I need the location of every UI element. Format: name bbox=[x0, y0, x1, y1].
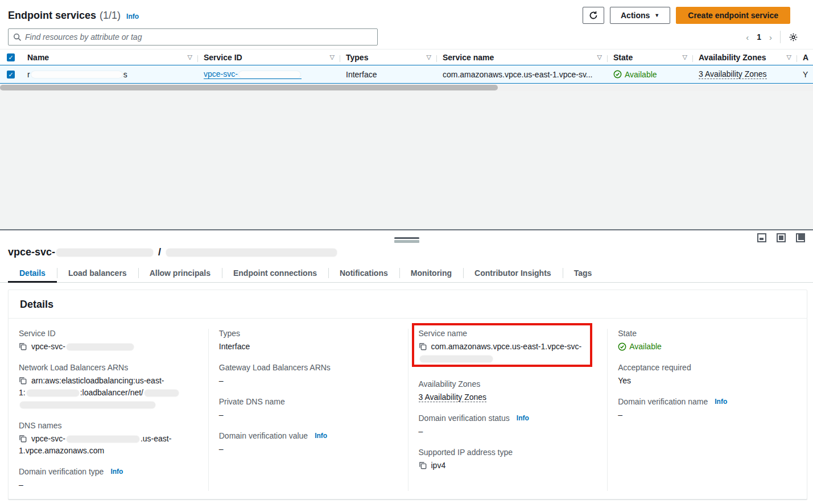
field-domain-verification-value: Domain verification valueInfo – bbox=[219, 431, 398, 455]
panel-size-small-icon[interactable] bbox=[757, 233, 766, 242]
field-acceptance-required: Acceptance required Yes bbox=[618, 363, 797, 387]
panel-size-large-icon[interactable] bbox=[796, 233, 805, 242]
row-name-suffix: s bbox=[123, 70, 127, 79]
details-column-4: State Available bbox=[607, 329, 807, 491]
field-nlb-arns: Network Load Balancers ARNs arn:aws:elas… bbox=[19, 363, 198, 411]
availability-zones-trigger[interactable]: 3 Availability Zones bbox=[419, 393, 487, 402]
content-background bbox=[0, 91, 813, 229]
split-panel-title: vpce-svc- / bbox=[0, 245, 813, 258]
row-name-redacted bbox=[31, 71, 122, 78]
create-button-label: Create endpoint service bbox=[688, 11, 778, 20]
field-types: Types Interface bbox=[219, 329, 398, 353]
horizontal-scrollbar bbox=[0, 84, 813, 91]
copy-icon[interactable] bbox=[19, 377, 27, 385]
row-service-name: com.amazonaws.vpce.us-east-1.vpce-sv... bbox=[443, 70, 593, 79]
pager-divider bbox=[780, 31, 781, 43]
field-availability-zones: Availability Zones 3 Availability Zones bbox=[419, 379, 597, 403]
tab-contributor-insights[interactable]: Contributor Insights bbox=[463, 264, 563, 282]
copy-icon[interactable] bbox=[19, 342, 27, 350]
tab-endpoint-connections[interactable]: Endpoint connections bbox=[222, 264, 328, 282]
next-page-icon[interactable]: › bbox=[769, 33, 772, 42]
nlb-account-redacted bbox=[27, 390, 79, 396]
state-value: Available bbox=[629, 341, 662, 353]
tab-allow-principals[interactable]: Allow principals bbox=[138, 264, 222, 282]
refresh-button[interactable] bbox=[583, 7, 604, 24]
select-all-checkbox[interactable]: ✓ bbox=[7, 53, 15, 61]
service-id-link[interactable]: vpce-svc- bbox=[204, 69, 302, 79]
field-domain-verification-name: Domain verification nameInfo – bbox=[618, 397, 797, 421]
details-column-3: Service name com.amazonaws.vpce.us-east-… bbox=[408, 329, 608, 491]
tab-tags[interactable]: Tags bbox=[563, 264, 604, 282]
filter-types-icon[interactable]: ▽ bbox=[427, 53, 431, 61]
col-types: Types bbox=[346, 53, 368, 62]
refresh-icon bbox=[589, 11, 598, 20]
dns-redacted bbox=[67, 436, 139, 443]
filter-name-icon[interactable]: ▽ bbox=[188, 53, 192, 61]
row-availability-zones[interactable]: 3 Availability Zones bbox=[699, 69, 767, 79]
service-id-prefix: vpce-svc- bbox=[204, 69, 238, 79]
info-link[interactable]: Info bbox=[517, 414, 529, 422]
field-supported-ip-address-type: Supported IP address type ipv4 bbox=[419, 448, 597, 472]
search-box[interactable] bbox=[8, 28, 378, 46]
row-types: Interface bbox=[346, 70, 377, 79]
col-state: State bbox=[613, 53, 633, 62]
search-input[interactable] bbox=[25, 32, 373, 42]
copy-icon[interactable] bbox=[19, 435, 27, 443]
field-private-dns-name: Private DNS name – bbox=[219, 397, 398, 421]
search-icon bbox=[13, 33, 22, 42]
endpoint-services-table: ✓ Name▽ Service ID▽ Types▽ Service name▽… bbox=[0, 49, 813, 91]
info-link[interactable]: Info bbox=[715, 398, 727, 406]
table-row[interactable]: ✓ r s vpce-svc- Interface com.amazonaws.… bbox=[0, 65, 813, 84]
service-name-redacted bbox=[420, 356, 493, 362]
row-acceptance-partial: Y bbox=[803, 70, 808, 79]
table-header-row: ✓ Name▽ Service ID▽ Types▽ Service name▽… bbox=[0, 49, 813, 65]
panel-title-separator: / bbox=[158, 246, 161, 258]
col-service-name: Service name bbox=[443, 53, 494, 62]
page-count: (1/1) bbox=[100, 10, 121, 22]
prev-page-icon[interactable]: ‹ bbox=[746, 33, 749, 42]
row-checkbox[interactable]: ✓ bbox=[7, 71, 15, 79]
panel-title-name-redacted bbox=[166, 249, 337, 257]
tab-notifications[interactable]: Notifications bbox=[328, 264, 399, 282]
copy-icon[interactable] bbox=[419, 342, 427, 350]
tab-load-balancers[interactable]: Load balancers bbox=[57, 264, 138, 282]
col-acceptance-partial: A bbox=[803, 53, 808, 62]
service-id-redacted bbox=[239, 71, 300, 78]
panel-title-id-redacted bbox=[56, 249, 153, 257]
pagination: ‹ 1 › bbox=[746, 31, 798, 43]
caret-down-icon: ▼ bbox=[654, 13, 659, 18]
actions-button-label: Actions bbox=[621, 11, 650, 20]
filter-az-icon[interactable]: ▽ bbox=[787, 53, 791, 61]
row-name-prefix: r bbox=[27, 70, 30, 79]
create-endpoint-service-button[interactable]: Create endpoint service bbox=[676, 7, 790, 24]
field-service-name: Service name com.amazonaws.vpce.us-east-… bbox=[419, 329, 597, 365]
copy-icon[interactable] bbox=[419, 461, 427, 469]
row-state: Available bbox=[613, 70, 657, 79]
check-circle-icon bbox=[618, 342, 626, 351]
filter-service-name-icon[interactable]: ▽ bbox=[597, 53, 602, 61]
split-panel: vpce-svc- / Details Load balancers Allow… bbox=[0, 229, 813, 504]
details-column-2: Types Interface Gateway Load Balancers A… bbox=[208, 329, 408, 491]
details-column-1: Service ID vpce-svc- Network Load Balanc… bbox=[9, 329, 208, 491]
info-link[interactable]: Info bbox=[110, 468, 123, 476]
filter-service-id-icon[interactable]: ▽ bbox=[330, 53, 335, 61]
nlb-name-redacted bbox=[145, 390, 179, 396]
current-page[interactable]: 1 bbox=[757, 32, 761, 42]
actions-button[interactable]: Actions ▼ bbox=[610, 7, 670, 24]
header-info-link[interactable]: Info bbox=[126, 13, 139, 20]
tab-monitoring[interactable]: Monitoring bbox=[399, 264, 463, 282]
field-state: State Available bbox=[618, 329, 797, 353]
tab-details[interactable]: Details bbox=[8, 264, 57, 282]
nlb-arn-redacted bbox=[20, 402, 155, 408]
settings-gear-icon[interactable] bbox=[789, 32, 798, 42]
panel-size-medium-icon[interactable] bbox=[777, 233, 786, 242]
split-panel-drag-handle[interactable] bbox=[394, 237, 419, 243]
filter-state-icon[interactable]: ▽ bbox=[683, 53, 687, 61]
col-availability-zones: Availability Zones bbox=[699, 53, 766, 62]
field-domain-verification-type: Domain verification typeInfo – bbox=[19, 467, 198, 491]
field-dns-names: DNS names vpce-svc-.us-east- 1.vpce.amaz… bbox=[19, 421, 198, 457]
horizontal-scrollbar-thumb[interactable] bbox=[0, 85, 498, 90]
details-heading: Details bbox=[20, 299, 795, 311]
info-link[interactable]: Info bbox=[315, 432, 327, 440]
field-domain-verification-status: Domain verification statusInfo – bbox=[419, 414, 597, 437]
